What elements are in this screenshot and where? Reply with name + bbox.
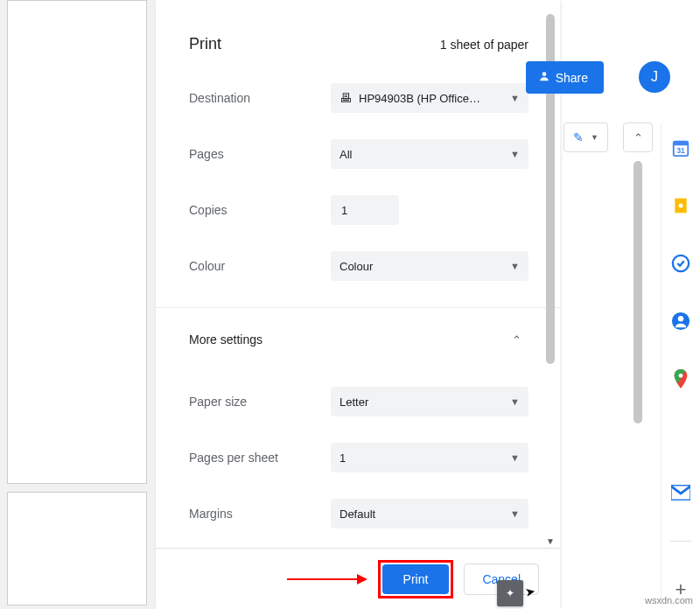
chevron-down-icon: ▼ [591,133,598,142]
destination-value: HP94903B (HP Office… [359,92,480,105]
star-icon: ✦ [506,587,514,599]
pages-per-sheet-label: Pages per sheet [189,451,331,465]
chevron-down-icon: ▼ [510,452,520,463]
chevron-down-icon: ▼ [510,508,520,519]
tasks-icon[interactable] [671,254,690,273]
chevron-down-icon: ▼ [510,396,520,407]
side-panel: 31 + [661,122,700,609]
chevron-up-icon: ⌃ [634,131,643,144]
colour-label: Colour [189,259,331,273]
dialog-title: Print [189,35,221,53]
divider [156,307,560,308]
keep-icon[interactable] [671,196,690,215]
svg-point-9 [679,374,683,378]
copies-value: 1 [341,204,347,217]
edit-mode-button[interactable]: ✎ ▼ [564,122,608,152]
svg-point-5 [679,204,683,208]
collapse-button[interactable]: ⌃ [623,122,653,152]
print-dialog: ▼ Print 1 sheet of paper Destination 🖶 H… [156,0,560,609]
cursor-icon: ➤ [524,584,537,599]
chevron-up-icon: ⌃ [512,333,522,346]
pages-per-sheet-select[interactable]: 1 ▼ [331,443,528,472]
contacts-icon[interactable] [671,312,690,331]
paper-size-label: Paper size [189,395,331,409]
pages-value: All [340,148,352,161]
paper-size-select[interactable]: Letter ▼ [331,387,528,416]
colour-select[interactable]: Colour ▼ [331,251,528,281]
more-settings-toggle[interactable]: More settings ⌃ [189,332,528,346]
annotation-highlight: Print [378,560,454,598]
svg-point-0 [542,72,546,76]
preview-page-2 [7,492,147,606]
copies-input[interactable]: 1 [331,195,399,225]
destination-select[interactable]: 🖶 HP94903B (HP Office… ▼ [331,83,528,113]
sheet-count: 1 sheet of paper [440,38,528,52]
maps-icon[interactable] [671,369,690,388]
pages-per-sheet-value: 1 [340,452,346,465]
mail-icon[interactable] [671,483,690,502]
svg-rect-2 [674,142,689,146]
margins-value: Default [340,508,375,521]
svg-point-8 [678,316,683,321]
destination-label: Destination [189,91,331,105]
explore-button[interactable]: ✦ [497,580,523,606]
annotation-arrow [287,574,368,584]
chevron-down-icon: ▼ [510,93,520,103]
colour-value: Colour [340,260,373,273]
print-preview-pane [0,0,156,609]
person-icon [538,70,550,85]
chevron-down-icon: ▼ [510,261,520,271]
more-settings-label: More settings [189,332,262,346]
watermark: wsxdn.com [645,595,693,606]
pages-select[interactable]: All ▼ [331,139,528,169]
scroll-down-icon[interactable]: ▼ [546,536,555,546]
avatar[interactable]: J [639,61,670,93]
share-label: Share [556,71,588,85]
print-button[interactable]: Print [382,564,450,594]
calendar-icon[interactable]: 31 [671,138,690,158]
side-panel-divider [670,541,691,542]
svg-text:31: 31 [676,147,685,155]
content-scrollbar[interactable] [634,161,642,424]
chevron-down-icon: ▼ [510,149,520,159]
preview-page-1 [7,0,147,484]
pencil-icon: ✎ [573,130,584,144]
printer-icon: 🖶 [340,91,352,105]
paper-size-value: Letter [340,396,368,409]
pages-label: Pages [189,147,331,161]
margins-label: Margins [189,507,331,521]
margins-select[interactable]: Default ▼ [331,499,528,528]
share-button[interactable]: Share [526,61,604,94]
avatar-initial: J [651,69,658,85]
copies-label: Copies [189,203,331,217]
